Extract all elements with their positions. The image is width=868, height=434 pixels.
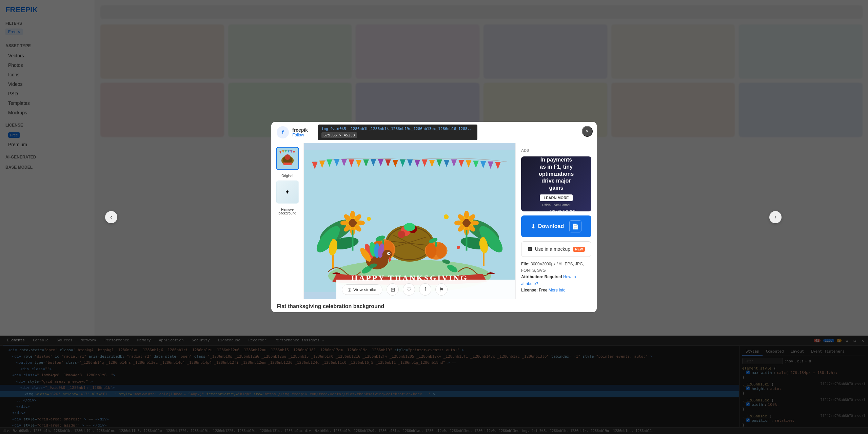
amg-icon: ✶ bbox=[542, 210, 547, 212]
file-info: File: 3000×2000px / AI, EPS, JPG, FONTS,… bbox=[521, 261, 591, 294]
action-bar: ◎ View similar ⊞ ♡ ⤴ ⚑ bbox=[336, 280, 515, 299]
thumbnail-remove-bg-label: Remove background bbox=[275, 208, 299, 215]
svg-rect-4 bbox=[283, 163, 292, 165]
bookmark-icon: ⊞ bbox=[391, 286, 395, 293]
mockup-icon: 🖼 bbox=[528, 246, 532, 252]
svg-point-78 bbox=[426, 243, 436, 259]
remove-bg-icon: ✦ bbox=[285, 188, 290, 196]
download-icon: ⬇ bbox=[531, 223, 535, 230]
prev-arrow[interactable]: ‹ bbox=[105, 211, 117, 223]
ad-sub: Official Team Partner bbox=[542, 203, 571, 207]
file-label: File: bbox=[521, 262, 530, 266]
share-button[interactable]: ⤴ bbox=[419, 283, 431, 296]
tooltip-class: img_9zid0k5__1286nb1h_1286nb1k_1286nb19c… bbox=[321, 127, 474, 131]
download-format-btn[interactable]: 📄 bbox=[569, 220, 581, 232]
attribution-label: Attribution: Required bbox=[521, 275, 562, 279]
mockup-label: Use in a mockup bbox=[535, 246, 570, 252]
svg-point-60 bbox=[454, 221, 462, 225]
file-size-row: File: 3000×2000px / AI, EPS, JPG, FONTS,… bbox=[521, 261, 591, 274]
ads-label: ADS bbox=[521, 148, 591, 152]
svg-point-79 bbox=[436, 243, 446, 259]
modal-inner: Original ✦ Remove background bbox=[271, 143, 597, 299]
view-similar-button[interactable]: ◎ View similar bbox=[342, 284, 382, 295]
license-row: License: Free More info bbox=[521, 287, 591, 294]
author-row: f freepik Follow img_9zid0k5__1286nb1h_1… bbox=[271, 122, 597, 143]
download-button[interactable]: ⬇ Download 📄 bbox=[521, 215, 591, 237]
follow-button[interactable]: Follow bbox=[292, 133, 308, 137]
svg-point-107 bbox=[457, 246, 460, 249]
preview-image: HAPPY THANKSGIVING bbox=[304, 143, 515, 299]
svg-point-106 bbox=[367, 217, 371, 221]
author-avatar: f bbox=[277, 126, 289, 138]
svg-point-50 bbox=[357, 221, 365, 225]
right-panel: ADS Formula 1 inspired In paymentsas in … bbox=[515, 143, 597, 299]
svg-rect-55 bbox=[352, 230, 354, 251]
license-label: License: Free bbox=[521, 288, 547, 293]
svg-point-3 bbox=[285, 154, 290, 160]
bookmark-button[interactable]: ⊞ bbox=[387, 283, 399, 296]
svg-point-84 bbox=[398, 231, 405, 238]
svg-point-61 bbox=[471, 221, 479, 225]
attribution-row: Attribution: Required How to attribute? bbox=[521, 274, 591, 287]
mockup-button[interactable]: 🖼 Use in a mockup NEW bbox=[521, 241, 591, 257]
thumbnail-original[interactable] bbox=[276, 147, 299, 170]
svg-point-47 bbox=[350, 211, 355, 219]
element-tooltip: img_9zid0k5__1286nb1h_1286nb1k_1286nb19c… bbox=[318, 125, 477, 140]
flag-button[interactable]: ⚑ bbox=[435, 283, 448, 296]
ad-logos: nuvei ✶ AMG PETRONAS Formula One Team bbox=[525, 209, 587, 211]
ad-logo-nuvei: nuvei bbox=[525, 210, 539, 211]
svg-point-105 bbox=[444, 214, 449, 219]
modal-title-bar: Flat thanksgiving celebration background bbox=[271, 299, 597, 312]
svg-point-94 bbox=[389, 253, 390, 254]
svg-rect-80 bbox=[435, 242, 437, 246]
author-name: freepik bbox=[292, 127, 308, 133]
view-similar-label: View similar bbox=[353, 287, 377, 292]
modal-overlay[interactable]: × f freepik Follow img_9zid0k5__1286nb1h… bbox=[0, 0, 868, 434]
file-value: 3000×2000px / AI, EPS, JPG, FONTS, SVG bbox=[521, 262, 584, 273]
tooltip-size: 679.65 × 452.8 bbox=[321, 132, 357, 138]
thumbnail-original-label: Original bbox=[281, 174, 293, 178]
svg-point-49 bbox=[340, 221, 349, 225]
next-arrow[interactable]: › bbox=[769, 211, 782, 223]
share-icon: ⤴ bbox=[424, 286, 427, 293]
modal: × f freepik Follow img_9zid0k5__1286nb1h… bbox=[271, 122, 597, 312]
new-badge: NEW bbox=[573, 247, 585, 252]
svg-point-58 bbox=[464, 211, 469, 219]
download-label: Download bbox=[538, 223, 564, 229]
ad-headline: In paymentsas in F1, tinyoptimizationsdr… bbox=[539, 156, 574, 192]
ad-learn-btn[interactable]: LEARN MORE bbox=[540, 194, 573, 201]
modal-title: Flat thanksgiving celebration background bbox=[277, 303, 384, 309]
view-similar-icon: ◎ bbox=[348, 287, 351, 292]
thumbnail-sidebar: Original ✦ Remove background bbox=[271, 143, 304, 299]
license-link[interactable]: More info bbox=[549, 288, 566, 293]
ad-banner[interactable]: Formula 1 inspired In paymentsas in F1, … bbox=[521, 156, 591, 211]
svg-point-92 bbox=[382, 250, 392, 260]
close-button[interactable]: × bbox=[582, 126, 593, 137]
preview-area: HAPPY THANKSGIVING bbox=[304, 143, 515, 299]
svg-rect-66 bbox=[466, 230, 468, 251]
heart-icon: ♡ bbox=[407, 286, 411, 293]
thumbnail-original-img bbox=[277, 148, 298, 169]
thumbnail-remove-bg[interactable]: ✦ bbox=[276, 181, 299, 204]
ad-logo-amg: AMG PETRONAS Formula One Team bbox=[549, 209, 587, 211]
flag-icon: ⚑ bbox=[439, 286, 444, 293]
heart-button[interactable]: ♡ bbox=[403, 283, 415, 296]
svg-point-85 bbox=[404, 223, 415, 231]
